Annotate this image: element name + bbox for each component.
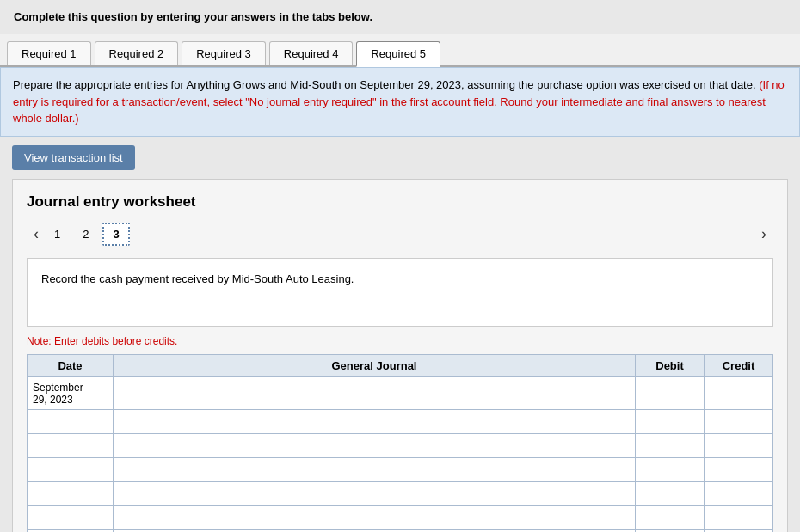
debit-cell-6[interactable] [636, 505, 705, 529]
debit-cell-5[interactable] [636, 481, 705, 505]
description-text: Prepare the appropriate entries for Anyt… [13, 78, 756, 91]
date-cell-3 [28, 433, 114, 457]
instruction-box: Prepare the appropriate entries for Anyt… [0, 67, 800, 137]
date-cell-5 [28, 481, 114, 505]
page-wrapper: Complete this question by entering your … [0, 0, 800, 532]
table-row [28, 457, 773, 481]
col-header-debit: Debit [636, 354, 705, 376]
credit-input-3[interactable] [710, 439, 767, 452]
credit-cell-5[interactable] [705, 481, 773, 505]
worksheet-container: Journal entry worksheet ‹ 1 2 3 › Record… [12, 179, 788, 533]
journal-table: Date General Journal Debit Credit Septem… [27, 354, 773, 533]
debit-input-3[interactable] [641, 439, 698, 452]
credit-input-4[interactable] [710, 463, 767, 476]
debit-input-1[interactable] [641, 387, 698, 400]
journal-input-2[interactable] [119, 415, 630, 428]
debit-input-2[interactable] [641, 415, 698, 428]
journal-cell-2[interactable] [114, 409, 636, 433]
credit-cell-1[interactable] [705, 376, 773, 409]
tabs-bar: Required 1 Required 2 Required 3 Require… [0, 34, 800, 67]
date-cell-2 [28, 409, 114, 433]
nav-number-2[interactable]: 2 [74, 224, 97, 244]
journal-cell-4[interactable] [114, 457, 636, 481]
journal-cell-5[interactable] [114, 481, 636, 505]
credit-cell-3[interactable] [705, 433, 773, 457]
journal-cell-1[interactable] [114, 376, 636, 409]
date-cell-6 [28, 505, 114, 529]
col-header-credit: Credit [705, 354, 773, 376]
record-description: Record the cash payment received by Mid-… [41, 272, 354, 285]
journal-input-5[interactable] [119, 487, 630, 500]
col-header-date: Date [28, 354, 114, 376]
view-transaction-button[interactable]: View transaction list [12, 145, 135, 170]
table-row [28, 481, 773, 505]
journal-cell-3[interactable] [114, 433, 636, 457]
col-header-journal: General Journal [114, 354, 636, 376]
credit-input-2[interactable] [710, 415, 767, 428]
credit-input-5[interactable] [710, 487, 767, 500]
description-box: Record the cash payment received by Mid-… [27, 258, 773, 327]
journal-input-4[interactable] [119, 463, 630, 476]
journal-input-1[interactable] [119, 387, 630, 400]
nav-number-3[interactable]: 3 [102, 223, 129, 246]
journal-input-6[interactable] [119, 511, 630, 524]
tab-required5[interactable]: Required 5 [356, 41, 440, 67]
debit-cell-3[interactable] [636, 433, 705, 457]
tab-required2[interactable]: Required 2 [95, 41, 179, 65]
credit-cell-4[interactable] [705, 457, 773, 481]
credit-input-1[interactable] [710, 387, 767, 400]
credit-cell-6[interactable] [705, 505, 773, 529]
debit-input-5[interactable] [641, 487, 698, 500]
table-row [28, 409, 773, 433]
journal-input-3[interactable] [119, 439, 630, 452]
credit-input-6[interactable] [710, 511, 767, 524]
table-row [28, 433, 773, 457]
debit-input-6[interactable] [641, 511, 698, 524]
journal-cell-6[interactable] [114, 505, 636, 529]
note-text: Note: Enter debits before credits. [27, 335, 773, 347]
date-cell-4 [28, 457, 114, 481]
nav-number-1[interactable]: 1 [46, 224, 69, 244]
tab-required4[interactable]: Required 4 [269, 41, 354, 65]
debit-cell-4[interactable] [636, 457, 705, 481]
debit-input-4[interactable] [641, 463, 698, 476]
debit-cell-2[interactable] [636, 409, 705, 433]
tab-required1[interactable]: Required 1 [7, 41, 91, 65]
table-row [28, 505, 773, 529]
nav-prev-arrow[interactable]: ‹ [27, 225, 46, 243]
instruction-text: Complete this question by entering your … [14, 10, 372, 23]
top-instruction: Complete this question by entering your … [0, 0, 800, 34]
nav-row: ‹ 1 2 3 › [27, 223, 773, 246]
debit-cell-1[interactable] [636, 376, 705, 409]
nav-next-arrow[interactable]: › [754, 225, 773, 243]
date-cell-1: September29, 2023 [28, 376, 114, 409]
worksheet-title: Journal entry worksheet [27, 193, 773, 211]
credit-cell-2[interactable] [705, 409, 773, 433]
table-row: September29, 2023 [28, 376, 773, 409]
tab-required3[interactable]: Required 3 [182, 41, 266, 65]
